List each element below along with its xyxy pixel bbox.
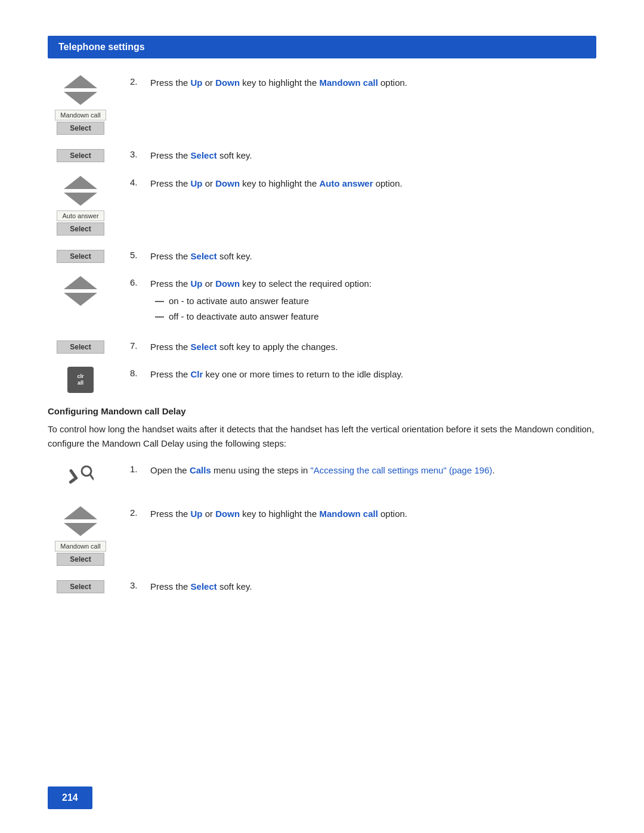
calls-menu-text: Calls [190,465,211,475]
step-8-row: clr all 8. Press the Clr key one or more… [48,367,596,393]
down-key-4: Down [215,178,240,188]
step-6-text: Press the Up or Down key to select the r… [150,276,596,326]
step-2-text: Press the Up or Down key to highlight th… [150,75,596,90]
step-5-image: Select [48,249,113,263]
down-key-6: Down [215,278,240,289]
step-5-number: 5. [130,249,148,260]
sub-step-1-content: 1. Open the Calls menu using the steps i… [130,463,596,478]
bullet-on: — on - to activate auto answer feature [155,295,596,308]
select-button-5[interactable]: Select [57,250,104,263]
step-4-text: Press the Up or Down key to highlight th… [150,176,596,191]
step-4-number: 4. [130,176,148,187]
mandown-call-label-s2: Mandown call [55,541,106,552]
page-number: 214 [62,792,78,803]
sub-step-1-number: 1. [130,463,148,474]
wedge-up-icon [64,75,97,88]
bullet-off: — off - to deactivate auto answer featur… [155,310,596,324]
sub-step-2-content: 2. Press the Up or Down key to highlight… [130,506,596,521]
bullet-list: — on - to activate auto answer feature —… [150,295,596,324]
mandown-call-link-2: Mandown call [319,78,377,88]
step-3-text: Press the Select soft key. [150,148,596,163]
up-key-6: Up [191,278,203,289]
page-container: Telephone settings Mandown call Select 2… [0,0,644,833]
step-7-text: Press the Select soft key to apply the c… [150,339,596,354]
sub-step-1-text: Open the Calls menu using the steps in "… [150,463,596,478]
step-6-content: 6. Press the Up or Down key to select th… [130,276,596,326]
sub-step-2-text: Press the Up or Down key to highlight th… [150,506,596,521]
select-button-s3[interactable]: Select [57,580,104,593]
wedge-up-icon-4 [64,176,97,189]
select-button-3[interactable]: Select [57,149,104,162]
step-8-image: clr all [48,367,113,393]
step-3-content: 3. Press the Select soft key. [130,148,596,163]
up-key-s2: Up [191,509,203,519]
sub-step-3-number: 3. [130,579,148,590]
sub-step-1-row: 1. Open the Calls menu using the steps i… [48,463,596,493]
step-3-image: Select [48,148,113,162]
step-8-number: 8. [130,367,148,378]
calls-menu-icon [67,463,94,493]
nav-icon [64,75,97,105]
mandown-call-label: Mandown call [55,110,106,120]
select-link-5: Select [191,251,217,261]
select-button-s2[interactable]: Select [57,553,104,566]
wedge-down-icon-6 [64,293,97,306]
step-2-number: 2. [130,75,148,86]
step-7-row: Select 7. Press the Select soft key to a… [48,339,596,354]
nav-icon-s2 [64,506,97,536]
step-6-row: 6. Press the Up or Down key to select th… [48,276,596,326]
up-key-2: Up [191,78,203,88]
step-5-text: Press the Select soft key. [150,249,596,264]
sub-step-3-text: Press the Select soft key. [150,579,596,594]
step-7-content: 7. Press the Select soft key to apply th… [130,339,596,354]
wedge-down-icon-s2 [64,523,97,536]
clr-key-text: Clr [191,369,203,379]
step-6-image [48,276,113,308]
nav-icon-6 [64,276,97,306]
sub-step-3-image: Select [48,579,113,593]
wedge-down-icon-4 [64,193,97,206]
section-header: Telephone settings [48,36,596,58]
subsection-body: To control how long the handset waits af… [48,422,596,451]
subsection-title: Configuring Mandown call Delay [48,406,596,416]
select-button-4[interactable]: Select [57,222,104,236]
step-7-image: Select [48,339,113,354]
down-key-s2: Down [215,509,240,519]
page-number-box: 214 [48,786,92,809]
step-3-row: Select 3. Press the Select soft key. [48,148,596,163]
sub-step-2-image: Mandown call Select [48,506,113,566]
step-3-number: 3. [130,148,148,159]
select-link-3: Select [191,150,217,160]
sub-step-3-content: 3. Press the Select soft key. [130,579,596,594]
select-link-s3: Select [191,581,217,592]
clr-key-icon: clr all [67,367,94,393]
step-5-content: 5. Press the Select soft key. [130,249,596,264]
select-link-7: Select [191,342,217,352]
select-button-7[interactable]: Select [57,340,104,354]
up-key-4: Up [191,178,203,188]
mandown-call-link-s2: Mandown call [319,509,377,519]
step-2-image: Mandown call Select [48,75,113,135]
sub-step-1-image [48,463,113,493]
step-4-content: 4. Press the Up or Down key to highlight… [130,176,596,191]
sub-step-2-row: Mandown call Select 2. Press the Up or D… [48,506,596,566]
step-8-content: 8. Press the Clr key one or more times t… [130,367,596,382]
step-4-row: Auto answer Select 4. Press the Up or Do… [48,176,596,236]
step-6-number: 6. [130,276,148,287]
step-5-row: Select 5. Press the Select soft key. [48,249,596,264]
down-key-2: Down [215,78,240,88]
step-2-row: Mandown call Select 2. Press the Up or D… [48,75,596,135]
wedge-up-icon-s2 [64,506,97,519]
step-7-number: 7. [130,339,148,351]
wedge-down-icon [64,92,97,105]
step-4-image: Auto answer Select [48,176,113,236]
call-settings-link[interactable]: "Accessing the call settings menu" (page… [311,465,493,475]
calls-icon-svg [67,463,94,489]
sub-step-2-number: 2. [130,506,148,518]
auto-answer-link: Auto answer [319,178,373,188]
step-2-content: 2. Press the Up or Down key to highlight… [130,75,596,90]
nav-icon-4 [64,176,97,206]
select-button-2[interactable]: Select [57,122,104,135]
step-8-text: Press the Clr key one or more times to r… [150,367,596,382]
auto-answer-label: Auto answer [57,210,104,221]
